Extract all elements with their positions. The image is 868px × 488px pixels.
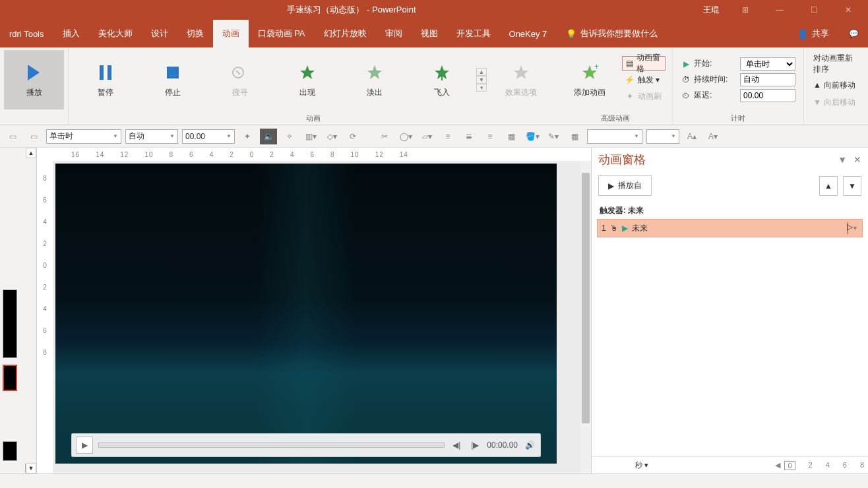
statusbar [0,473,868,488]
anim-move-up[interactable]: ▲ [819,176,838,196]
tb2-align-c[interactable]: ≣ [460,129,478,144]
tb2-shape-icon[interactable]: ◇▾ [323,129,340,144]
stop-button[interactable]: 停止 [140,50,206,109]
video-next-icon[interactable]: |▶ [468,439,481,452]
gallery-down[interactable]: ▼ [476,76,487,84]
tb2-start-drop[interactable]: 单击时 [46,129,121,144]
tb2-dir-icon[interactable]: ▥▾ [302,129,319,144]
add-animation-button[interactable]: + 添加动画 [562,50,618,109]
tb2-font-dec[interactable]: A▾ [704,129,722,144]
flyin-effect[interactable]: 飞入 [409,50,475,109]
bulb-icon: 💡 [566,29,576,39]
video-play-button[interactable]: ▶ [76,437,93,454]
tab-onekey[interactable]: OneKey 7 [500,20,557,47]
play-from-button[interactable]: ▶ 播放自 [598,175,652,196]
tb2-pen-icon[interactable]: ✎▾ [545,129,562,144]
gallery-nav: ▲ ▼ ▾ [476,68,487,92]
anim-pane-close[interactable]: ✕ [853,154,861,165]
animation-painter-button[interactable]: ✦ 动画刷 [622,89,666,104]
slide-canvas[interactable]: ▶ ◀| |▶ 00:00.00 🔊 [55,164,557,464]
timeline-left-icon[interactable]: ◀ [775,461,780,470]
minimize-button[interactable]: — [765,0,794,20]
slide-thumb[interactable] [3,290,17,358]
video-volume-icon[interactable]: 🔊 [523,439,536,452]
slide-scrollbar[interactable] [580,161,591,473]
tab-design[interactable]: 设计 [142,20,177,47]
advanced-group-label: 高级动画 [558,112,672,125]
workspace: ▲ ▼ 16141210864202468101214 864202468 ▶ … [0,148,868,473]
fade-icon [364,62,385,83]
start-select[interactable]: 单击时 [740,57,795,71]
effect-options-button[interactable]: 效果选项 [488,50,554,109]
tb2-cut-icon[interactable]: ✂ [376,129,393,144]
fade-effect[interactable]: 淡出 [342,50,408,109]
tab-transition[interactable]: 切换 [177,20,213,47]
share-button[interactable]: 👤 共享 [788,28,839,40]
tb2-btn-1[interactable]: ▭ [4,129,21,144]
video-time: 00:00.00 [487,441,518,450]
tb2-fill-icon[interactable]: 🪣▾ [524,129,541,144]
move-backward-button[interactable]: ▼ 向后移动 [813,95,859,109]
tb2-font-drop[interactable] [587,129,642,144]
move-forward-button[interactable]: ▲ 向前移动 [813,78,859,92]
video-prev-icon[interactable]: ◀| [450,439,463,452]
tell-me-search[interactable]: 💡 告诉我你想要做什么 [556,28,667,40]
tb2-just[interactable]: ▦ [503,129,520,144]
trigger-button[interactable]: ⚡ 触发 ▾ [622,73,666,87]
anim-item[interactable]: 1 🖱 ▶ 未来 ▷ ▼ [597,219,863,237]
tab-view[interactable]: 视图 [412,20,447,47]
preview-group-label [0,112,68,125]
tb2-align-l[interactable]: ≡ [439,129,456,144]
gallery-more[interactable]: ▾ [476,84,487,92]
start-icon: ▶ [681,59,691,69]
tb2-dur-drop[interactable]: 自动 [125,129,178,144]
thumb-scroll-up[interactable]: ▲ [26,148,36,158]
tb2-star2-icon[interactable]: ✧ [281,129,298,144]
pause-button[interactable]: 暂停 [73,50,139,109]
tb2-grid-icon[interactable]: ▦ [566,129,583,144]
seek-button[interactable]: 搜寻 [207,50,273,109]
slide-thumb-selected[interactable] [3,365,17,391]
anim-item-dropdown[interactable]: ▼ [852,225,858,231]
slide-thumb[interactable] [3,441,17,461]
comments-button[interactable]: 💬 [839,24,868,44]
thumb-scroll-down[interactable]: ▼ [26,463,36,473]
tb2-star-icon[interactable]: ✦ [239,129,256,144]
duration-label: 持续时间: [694,74,737,85]
tb2-path-icon[interactable]: ⟳ [344,129,361,144]
tb2-delay-drop[interactable]: 00.00 [182,129,235,144]
delay-input[interactable] [740,89,795,102]
play-icon: ▶ [608,181,614,191]
close-button[interactable]: ✕ [834,0,863,20]
seconds-dropdown[interactable]: 秒 ▾ [596,460,648,470]
video-controls: ▶ ◀| |▶ 00:00.00 🔊 [71,433,541,457]
anim-pane-options[interactable]: ▼ [838,154,847,165]
tb2-font-inc[interactable]: A▴ [683,129,700,144]
ribbon-options-icon[interactable]: ⊞ [731,0,760,20]
video-track[interactable] [98,442,445,448]
tb2-btn-2[interactable]: ▭ [25,129,42,144]
gallery-up[interactable]: ▲ [476,68,487,76]
menu-tabs: rdri Tools 插入 美化大师 设计 切换 动画 口袋动画 PA 幻灯片放… [0,20,556,47]
animation-pane-button[interactable]: ▤ 动画窗格 [622,56,666,71]
tb2-size-drop[interactable] [646,129,679,144]
tab-pocket-anim[interactable]: 口袋动画 PA [249,20,315,47]
tab-insert[interactable]: 插入 [53,20,89,47]
effect-options-icon [511,62,532,83]
tb2-align-r[interactable]: ≡ [481,129,499,144]
play-button[interactable]: 播放 [4,50,64,109]
anim-move-down[interactable]: ▼ [843,176,861,196]
tb2-circle-icon[interactable]: ◯▾ [397,129,414,144]
duration-input[interactable] [740,73,795,86]
tb2-trap-icon[interactable]: ▱▾ [418,129,435,144]
appear-effect[interactable]: 出现 [274,50,340,109]
tab-slideshow[interactable]: 幻灯片放映 [315,20,376,47]
tab-review[interactable]: 审阅 [376,20,412,47]
tab-beautify[interactable]: 美化大师 [89,20,142,47]
tb2-speaker-icon[interactable]: 🔈 [260,129,277,144]
tab-animation[interactable]: 动画 [213,20,249,47]
tab-rdri-tools[interactable]: rdri Tools [0,20,53,47]
tab-developer[interactable]: 开发工具 [447,20,500,47]
maximize-button[interactable]: ☐ [799,0,828,20]
timing-group-label: 计时 [673,111,803,125]
